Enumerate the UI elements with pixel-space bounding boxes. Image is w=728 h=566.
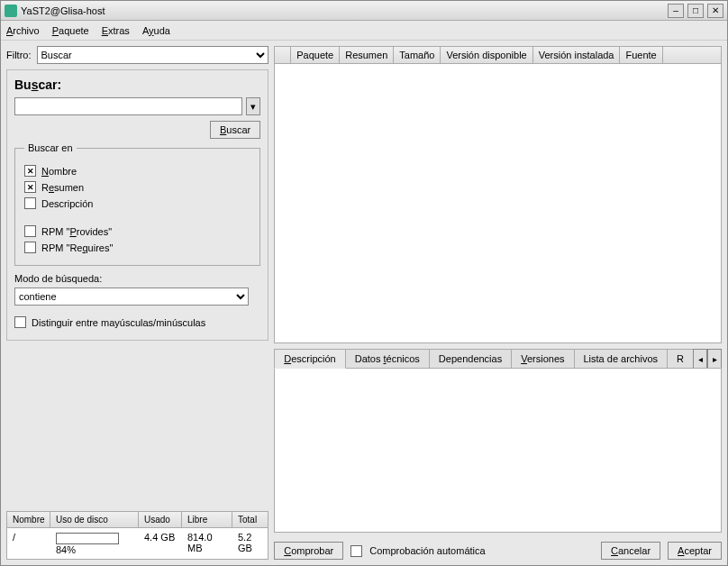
menu-help[interactable]: Ayuda	[142, 25, 170, 36]
detail-panel: Descripción Datos técnicos Dependencias …	[274, 349, 722, 533]
disk-col-used[interactable]: Usado	[139, 512, 182, 527]
search-label: Buscar:	[14, 78, 260, 92]
disk-total: 5.2 GB	[232, 530, 268, 557]
disk-col-name[interactable]: Nombre	[7, 512, 50, 527]
disk-progress	[56, 533, 119, 544]
cb-requires[interactable]	[24, 242, 36, 253]
cb-summary[interactable]	[24, 181, 36, 193]
cancel-button[interactable]: Cancelar	[601, 542, 660, 560]
disk-col-free[interactable]: Libre	[182, 512, 232, 527]
cb-provides-label: RPM "Provides"	[41, 226, 112, 237]
disk-col-usage[interactable]: Uso de disco	[50, 512, 139, 527]
menu-package[interactable]: Paquete	[52, 25, 89, 36]
tab-versions[interactable]: Versiones	[511, 349, 574, 369]
mode-label: Modo de búsqueda:	[14, 273, 260, 284]
maximize-button[interactable]: □	[687, 4, 704, 18]
tab-deps[interactable]: Dependencias	[429, 349, 512, 369]
filter-label: Filtro:	[6, 50, 32, 60]
cb-name[interactable]	[24, 165, 36, 177]
close-button[interactable]: ✕	[707, 4, 723, 18]
search-section: Buscar: ▾ Buscar Buscar en Nombre Resume…	[6, 69, 268, 341]
mode-select[interactable]: contiene	[14, 288, 249, 306]
cb-requires-label: RPM "Requires"	[41, 242, 113, 253]
search-input[interactable]	[14, 97, 242, 115]
search-button[interactable]: Buscar	[210, 121, 260, 139]
pkg-col-package[interactable]: Paquete	[291, 47, 340, 63]
cb-autocheck[interactable]	[350, 545, 362, 557]
minimize-button[interactable]: –	[668, 4, 684, 18]
detail-body[interactable]	[274, 368, 722, 533]
pkg-col-spacer	[663, 47, 721, 63]
disk-table: Nombre Uso de disco Usado Libre Total / …	[6, 511, 268, 560]
tab-scroll-left[interactable]: ◂	[693, 349, 707, 369]
cb-description-label: Descripción	[41, 198, 93, 209]
pkg-col-size[interactable]: Tamaño	[394, 47, 441, 63]
app-icon	[5, 5, 17, 17]
check-button[interactable]: Comprobar	[274, 542, 343, 560]
search-dropdown-button[interactable]: ▾	[246, 97, 260, 115]
cb-name-label: Nombre	[41, 166, 77, 177]
cb-provides[interactable]	[24, 225, 36, 237]
package-table: Paquete Resumen Tamaño Versión disponibl…	[274, 46, 722, 343]
disk-usage: 84%	[50, 530, 139, 557]
tab-description[interactable]: Descripción	[274, 349, 345, 369]
pkg-col-summary[interactable]: Resumen	[340, 47, 394, 63]
tab-technical[interactable]: Datos técnicos	[345, 349, 430, 369]
yast2-window: YaST2@Glisa-host – □ ✕ Archivo Paquete E…	[0, 0, 728, 566]
pkg-col-status[interactable]	[275, 47, 291, 63]
bottom-bar: Comprobar Comprobación automática Cancel…	[274, 538, 722, 560]
tab-scroll-right[interactable]: ▸	[707, 349, 722, 369]
window-title: YaST2@Glisa-host	[21, 5, 668, 16]
tab-files[interactable]: Lista de archivos	[574, 349, 669, 369]
package-list-body[interactable]	[275, 64, 721, 342]
pkg-col-installed[interactable]: Versión instalada	[533, 47, 621, 63]
cb-case-sensitive-label: Distinguir entre mayúsculas/minúsculas	[32, 317, 205, 328]
filter-select[interactable]: Buscar	[37, 46, 269, 64]
pkg-col-source[interactable]: Fuente	[620, 47, 662, 63]
menu-file[interactable]: Archivo	[6, 25, 40, 36]
cb-summary-label: Resumen	[41, 182, 84, 193]
cb-description[interactable]	[24, 197, 36, 209]
tab-r[interactable]: R	[667, 349, 694, 369]
disk-row[interactable]: / 84% 4.4 GB 814.0 MB 5.2 GB	[7, 528, 268, 559]
disk-used: 4.4 GB	[139, 530, 182, 557]
disk-free: 814.0 MB	[182, 530, 232, 557]
autocheck-label: Comprobación automática	[369, 545, 485, 556]
accept-button[interactable]: Aceptar	[668, 542, 722, 560]
search-in-group: Buscar en Nombre Resumen Descripción RPM…	[14, 142, 260, 266]
search-in-legend: Buscar en	[24, 142, 77, 153]
pkg-col-avail[interactable]: Versión disponible	[441, 47, 532, 63]
right-panel: Paquete Resumen Tamaño Versión disponibl…	[274, 46, 722, 560]
left-panel: Filtro: Buscar Buscar: ▾ Buscar Buscar e…	[6, 46, 268, 560]
menu-extras[interactable]: Extras	[102, 25, 130, 36]
titlebar: YaST2@Glisa-host – □ ✕	[1, 1, 727, 21]
disk-name: /	[7, 530, 50, 557]
menubar: Archivo Paquete Extras Ayuda	[1, 21, 727, 41]
disk-col-total[interactable]: Total	[232, 512, 268, 527]
cb-case-sensitive[interactable]	[14, 316, 26, 328]
